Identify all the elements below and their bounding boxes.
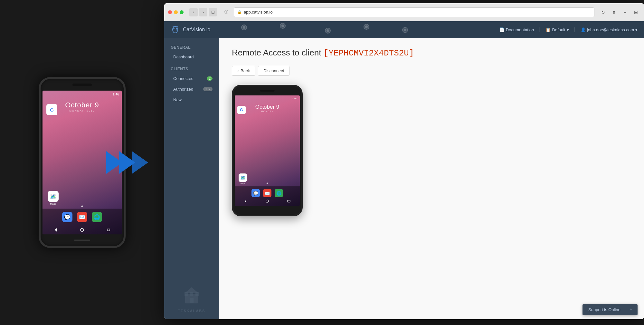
authorized-badge: 117 bbox=[203, 87, 213, 91]
doc-icon2: 📋 bbox=[545, 27, 551, 32]
window-maximize-button[interactable] bbox=[180, 10, 184, 14]
sidebar: General Dashboard Clients Connected 2 Au… bbox=[164, 38, 219, 319]
window-controls bbox=[168, 10, 184, 14]
address-bar[interactable]: 🔒 app.catvision.io bbox=[234, 7, 594, 17]
network-node bbox=[280, 23, 286, 29]
remote-dock-icons: 💬 ✉️ 🌐 bbox=[235, 186, 300, 197]
sidebar-item-new[interactable]: New bbox=[164, 94, 219, 105]
browser-chrome: ‹ › ⊡ ⓘ 🔒 app.catvision.io ↻ ⬆ + ⊞ bbox=[164, 3, 644, 21]
url-text: app.catvision.io bbox=[244, 10, 273, 15]
svg-marker-5 bbox=[132, 151, 148, 174]
network-node bbox=[402, 27, 408, 33]
remote-nav-recents bbox=[287, 198, 290, 204]
remote-dock-messages: 💬 bbox=[251, 189, 260, 197]
remote-maps-label: Maps bbox=[239, 182, 247, 184]
left-phone-nav bbox=[43, 227, 122, 232]
share-button[interactable]: ⬆ bbox=[610, 8, 618, 16]
sidebar-general-section: General bbox=[164, 43, 219, 52]
svg-point-1 bbox=[80, 228, 84, 231]
svg-point-7 bbox=[173, 28, 175, 30]
remote-nav-home bbox=[266, 198, 269, 204]
browser-forward-button[interactable]: › bbox=[199, 8, 207, 16]
header-network-background bbox=[215, 21, 494, 38]
nav-recents-btn bbox=[106, 227, 111, 232]
default-dropdown-button[interactable]: 📋 Default ▾ bbox=[545, 27, 569, 32]
browser-window: ‹ › ⊡ ⓘ 🔒 app.catvision.io ↻ ⬆ + ⊞ bbox=[164, 3, 644, 319]
remote-maps-icon: 🗺️ Maps bbox=[239, 173, 247, 184]
remote-dock-gmail: ✉️ bbox=[263, 189, 271, 197]
bookmark-button[interactable]: + bbox=[621, 8, 629, 16]
remote-nav-back bbox=[244, 198, 247, 204]
network-node bbox=[325, 28, 331, 34]
sidebar-item-authorized[interactable]: Authorized 117 bbox=[164, 84, 219, 94]
browser-back-button[interactable]: ‹ bbox=[189, 8, 198, 16]
remote-phone-time: 1:45 bbox=[292, 97, 297, 100]
svg-point-16 bbox=[266, 200, 269, 202]
back-button[interactable]: ‹ Back bbox=[232, 66, 255, 76]
connected-badge: 2 bbox=[207, 76, 213, 81]
svg-point-6 bbox=[173, 26, 178, 33]
refresh-button[interactable]: ↻ bbox=[599, 8, 607, 16]
teskalabs-castle-icon bbox=[182, 286, 201, 308]
svg-rect-14 bbox=[190, 298, 194, 303]
disconnect-button[interactable]: Disconnect bbox=[258, 66, 289, 76]
browser-tab-button[interactable]: ⊡ bbox=[209, 8, 217, 16]
window-close-button[interactable] bbox=[168, 10, 172, 14]
app-container: CatVision.io 📄 Documentation | 📋 bbox=[164, 21, 644, 319]
double-chevron-icon bbox=[103, 148, 148, 177]
remote-phone-container: 1:45 G October 9 MONDAY 🗺️ Ma bbox=[232, 85, 631, 216]
menu-button[interactable]: ⊞ bbox=[632, 8, 640, 16]
left-phone-dock-icons: 💬 ✉️ 🌐 bbox=[43, 209, 122, 222]
dock-icon-messages: 💬 bbox=[62, 212, 72, 222]
app-header: CatVision.io 📄 Documentation | 📋 bbox=[164, 21, 644, 38]
browser-actions: ↻ ⬆ + ⊞ bbox=[600, 8, 640, 16]
window-minimize-button[interactable] bbox=[174, 10, 178, 14]
support-status-text: Support is Online bbox=[588, 307, 620, 312]
page-title: Remote Access to client [YEPHCMVI2X4DTS2… bbox=[232, 48, 631, 58]
sidebar-clients-section: Clients bbox=[164, 65, 219, 73]
back-chevron-icon: ‹ bbox=[237, 69, 239, 73]
maps-icon-label: Maps bbox=[48, 202, 59, 205]
remote-phone-dock: 💬 ✉️ 🌐 bbox=[235, 186, 300, 206]
left-phone-status-bar: 1:46 bbox=[43, 91, 122, 98]
sidebar-item-dashboard[interactable]: Dashboard bbox=[164, 52, 219, 62]
network-node bbox=[364, 24, 369, 30]
left-phone-maps-icon: 🗺️ Maps bbox=[48, 191, 59, 205]
left-phone-google-button: G bbox=[46, 104, 57, 115]
client-id: [YEPHCMVI2X4DTS2U] bbox=[324, 48, 414, 58]
support-chevron-icon: ^ bbox=[630, 308, 632, 312]
support-bar[interactable]: Support is Online ^ bbox=[582, 304, 638, 315]
teskalabs-text: TESKALABS bbox=[178, 309, 205, 313]
left-phone-time: 1:46 bbox=[113, 93, 119, 96]
svg-point-8 bbox=[176, 28, 177, 30]
remote-phone-status-bar: 1:45 bbox=[235, 95, 300, 101]
network-node bbox=[241, 25, 247, 30]
remote-phone-screen: 1:45 G October 9 MONDAY 🗺️ Ma bbox=[235, 95, 300, 206]
svg-marker-0 bbox=[55, 228, 57, 231]
remote-google-button: G bbox=[237, 106, 246, 114]
svg-marker-15 bbox=[245, 200, 246, 202]
reader-button: ⓘ bbox=[222, 8, 231, 16]
content-area: Remote Access to client [YEPHCMVI2X4DTS2… bbox=[219, 38, 644, 319]
header-actions: 📄 Documentation | 📋 Default ▾ | 👤 john.d… bbox=[499, 27, 638, 33]
svg-rect-2 bbox=[107, 229, 110, 231]
nav-back-btn bbox=[53, 227, 58, 232]
ssl-lock-icon: 🔒 bbox=[237, 10, 242, 14]
dropdown-chevron-icon: ▾ bbox=[567, 27, 569, 32]
dock-icon-gmail: ✉️ bbox=[77, 212, 87, 222]
sidebar-item-connected[interactable]: Connected 2 bbox=[164, 73, 219, 84]
network-nodes-decoration bbox=[215, 21, 494, 38]
sidebar-teskalabs-logo: TESKALABS bbox=[164, 286, 219, 313]
user-menu-button[interactable]: 👤 john.doe@teskalabs.com ▾ bbox=[581, 27, 638, 32]
user-chevron-icon: ▾ bbox=[635, 27, 638, 32]
nav-home-btn bbox=[80, 227, 85, 232]
remote-phone-nav bbox=[235, 198, 300, 204]
main-layout: General Dashboard Clients Connected 2 Au… bbox=[164, 38, 644, 319]
catvision-logo-icon bbox=[171, 25, 180, 34]
remote-phone-device: 1:45 G October 9 MONDAY 🗺️ Ma bbox=[232, 85, 303, 216]
app-logo-text: CatVision.io bbox=[183, 27, 210, 33]
forward-arrow bbox=[103, 148, 148, 177]
left-phone-dock: 💬 ✉️ 🌐 bbox=[43, 209, 122, 234]
documentation-button[interactable]: 📄 Documentation bbox=[499, 27, 534, 32]
browser-nav-buttons: ‹ › ⊡ bbox=[189, 8, 217, 16]
